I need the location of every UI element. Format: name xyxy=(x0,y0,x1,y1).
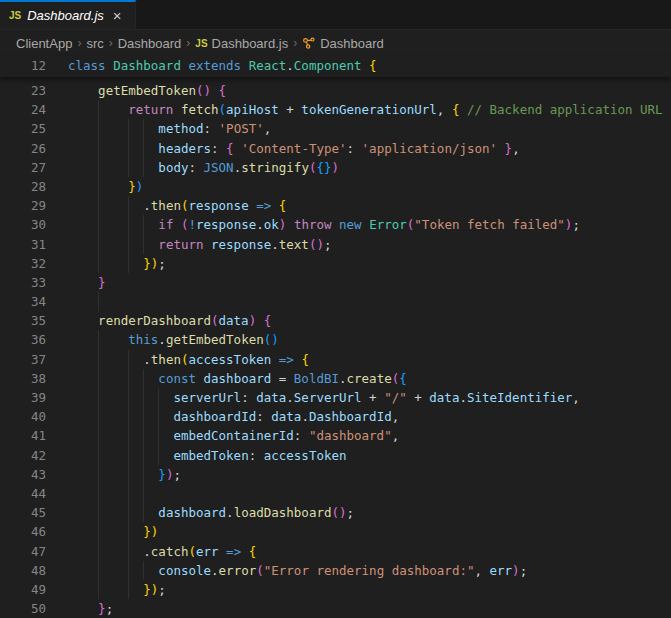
class-symbol-icon xyxy=(302,36,316,50)
code-line[interactable]: 33} xyxy=(0,273,671,292)
line-number[interactable]: 27 xyxy=(0,158,61,177)
line-number[interactable]: 47 xyxy=(0,542,61,561)
indent-guide xyxy=(143,446,144,465)
line-number[interactable]: 37 xyxy=(0,350,61,369)
line-number[interactable]: 40 xyxy=(0,407,61,426)
code-line[interactable]: 41embedContainerId: "dashboard", xyxy=(0,426,671,445)
line-number[interactable]: 43 xyxy=(0,465,61,484)
code-line[interactable]: 36this.getEmbedToken() xyxy=(0,330,671,349)
line-number[interactable]: 25 xyxy=(0,119,61,138)
code-line[interactable]: 35renderDashboard(data) { xyxy=(0,311,671,330)
indent-guide xyxy=(143,369,144,388)
breadcrumb-item-dashboard-js[interactable]: JSDashboard.js xyxy=(195,36,288,51)
indent-guide xyxy=(128,158,129,177)
code-line[interactable]: 31return response.text(); xyxy=(0,235,671,254)
breadcrumb-item-src[interactable]: src xyxy=(86,36,103,51)
indent-guide xyxy=(158,407,159,426)
line-number[interactable]: 28 xyxy=(0,177,61,196)
line-number[interactable]: 46 xyxy=(0,522,61,541)
breadcrumb-separator: › xyxy=(77,36,81,50)
indent-guide xyxy=(98,369,99,388)
code-line[interactable]: 32}); xyxy=(0,254,671,273)
line-number[interactable]: 33 xyxy=(0,273,61,292)
line-number[interactable]: 26 xyxy=(0,139,61,158)
code-line[interactable]: 12class Dashboard extends React.Componen… xyxy=(0,56,671,76)
code-line[interactable]: 44 xyxy=(0,484,671,503)
line-number[interactable]: 36 xyxy=(0,330,61,349)
indent-guide xyxy=(98,139,99,158)
code-line[interactable]: 43}); xyxy=(0,465,671,484)
line-number[interactable]: 48 xyxy=(0,561,61,580)
line-number[interactable]: 38 xyxy=(0,369,61,388)
breadcrumb-item-dashboard[interactable]: Dashboard xyxy=(118,36,182,51)
line-number[interactable]: 29 xyxy=(0,196,61,215)
line-number[interactable]: 49 xyxy=(0,580,61,599)
code-line[interactable]: 40dashboardId: data.DashboardId, xyxy=(0,407,671,426)
breadcrumb-item-dashboard[interactable]: Dashboard xyxy=(302,36,384,51)
breadcrumb-item-clientapp[interactable]: ClientApp xyxy=(16,36,72,51)
line-number[interactable]: 41 xyxy=(0,426,61,445)
sticky-scroll-line[interactable]: 12class Dashboard extends React.Componen… xyxy=(0,56,671,77)
code-line[interactable]: 42embedToken: accessToken xyxy=(0,446,671,465)
line-number[interactable]: 42 xyxy=(0,446,61,465)
code-line[interactable]: 50}; xyxy=(0,599,671,618)
line-number[interactable]: 23 xyxy=(0,81,61,100)
code-line[interactable]: 22 xyxy=(0,77,671,81)
tab-title: Dashboard.js xyxy=(27,8,104,23)
indent-guide xyxy=(98,292,99,311)
indent-guide xyxy=(128,369,129,388)
line-number[interactable]: 12 xyxy=(0,56,61,75)
indent-guide xyxy=(98,465,99,484)
indent-guide xyxy=(98,503,99,522)
indent-guide xyxy=(128,465,129,484)
indent-guide xyxy=(143,484,144,503)
tab-dashboard-js[interactable]: JS Dashboard.js × xyxy=(0,0,136,29)
code-line-content: }) xyxy=(61,522,671,541)
line-number[interactable]: 31 xyxy=(0,235,61,254)
indent-guide xyxy=(98,426,99,445)
close-icon[interactable]: × xyxy=(110,7,125,24)
code-line[interactable]: 46}) xyxy=(0,522,671,541)
code-line[interactable]: 38const dashboard = BoldBI.create({ xyxy=(0,369,671,388)
code-line-content: if (!response.ok) throw new Error("Token… xyxy=(61,215,671,234)
indent-guide xyxy=(98,484,99,503)
line-number[interactable]: 24 xyxy=(0,100,61,119)
code-line[interactable]: 34 xyxy=(0,292,671,311)
code-line[interactable]: 25method: 'POST', xyxy=(0,119,671,138)
line-number[interactable]: 30 xyxy=(0,215,61,234)
indent-guide xyxy=(143,561,144,580)
line-number[interactable]: 45 xyxy=(0,503,61,522)
code-line-content: headers: { 'Content-Type': 'application/… xyxy=(61,139,671,158)
indent-guide xyxy=(98,561,99,580)
code-line-content: class Dashboard extends React.Component … xyxy=(61,56,671,75)
code-line[interactable]: 45dashboard.loadDashboard(); xyxy=(0,503,671,522)
code-line[interactable]: 27body: JSON.stringify({}) xyxy=(0,158,671,177)
line-number[interactable]: 35 xyxy=(0,311,61,330)
code-line[interactable]: 39serverUrl: data.ServerUrl + "/" + data… xyxy=(0,388,671,407)
code-line-content: .catch(err => { xyxy=(61,542,671,561)
code-line[interactable]: 28}) xyxy=(0,177,671,196)
code-line[interactable]: 48console.error("Error rendering dashboa… xyxy=(0,561,671,580)
code-line-content: return response.text(); xyxy=(61,235,671,254)
code-line[interactable]: 49}); xyxy=(0,580,671,599)
code-line[interactable]: 29.then(response => { xyxy=(0,196,671,215)
line-number[interactable]: 44 xyxy=(0,484,61,503)
line-number[interactable]: 22 xyxy=(0,77,61,81)
indent-guide xyxy=(98,330,99,349)
line-number[interactable]: 50 xyxy=(0,599,61,618)
code-line[interactable]: 24return fetch(apiHost + tokenGeneration… xyxy=(0,100,671,119)
code-line[interactable]: 37.then(accessToken => { xyxy=(0,350,671,369)
code-area: 23getEmbedToken() {24return fetch(apiHos… xyxy=(0,81,671,618)
code-line[interactable]: 30if (!response.ok) throw new Error("Tok… xyxy=(0,215,671,234)
code-line[interactable]: 26headers: { 'Content-Type': 'applicatio… xyxy=(0,139,671,158)
breadcrumb-separator: › xyxy=(293,36,297,50)
code-line-content: serverUrl: data.ServerUrl + "/" + data.S… xyxy=(61,388,671,407)
line-number[interactable]: 39 xyxy=(0,388,61,407)
code-line-content: }; xyxy=(61,599,671,618)
code-line[interactable]: 23getEmbedToken() { xyxy=(0,81,671,100)
line-number[interactable]: 32 xyxy=(0,254,61,273)
code-line-content: }); xyxy=(61,580,671,599)
indent-guide xyxy=(98,158,99,177)
line-number[interactable]: 34 xyxy=(0,292,61,311)
code-line[interactable]: 47.catch(err => { xyxy=(0,542,671,561)
